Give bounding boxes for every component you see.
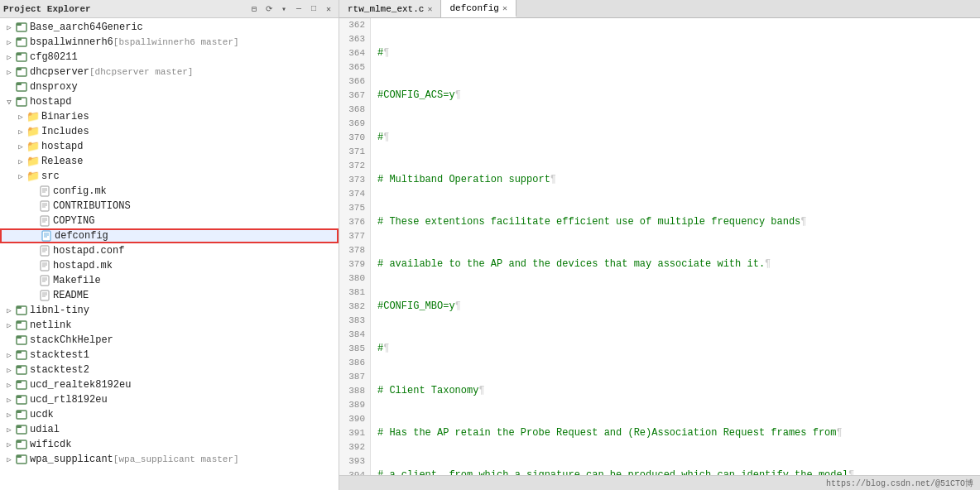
expand-icon: ▷ [3,319,15,331]
tree-item-hostapd[interactable]: ▽ hostapd [0,94,339,109]
tree-item-dnsproxy[interactable]: ▷ dnsproxy [0,79,339,94]
tab-bar: rtw_mlme_ext.c ✕ defconfig ✕ [339,0,980,18]
code-line-366: # These extentions facilitate efficient … [377,215,973,229]
tree-item-base_aarch64generic[interactable]: ▷ Base_aarch64Generic [0,20,339,35]
tree-label: hostapd [30,96,71,108]
svg-rect-20 [41,216,49,226]
project-icon [15,423,28,436]
svg-rect-9 [17,83,22,85]
tree-item-udial[interactable]: ▷ udial [0,422,339,437]
tree-item-netlink[interactable]: ▷ netlink [0,318,339,333]
code-editor[interactable]: #¶ #CONFIG_ACS=y¶ #¶ # Multiband Operati… [371,18,980,475]
expand-icon: ▷ [15,126,26,137]
expand-icon: ▷ [3,424,15,435]
project-icon [15,65,28,79]
tree-item-ucd-rtl8192eu[interactable]: ▷ ucd_rtl8192eu [0,392,339,407]
svg-rect-65 [17,455,22,458]
menu-icon[interactable]: ▾ [277,2,291,16]
tree-label: dhcpserver [30,66,89,78]
file-icon [38,199,51,213]
expand-icon: ▷ [15,141,26,152]
svg-rect-5 [17,53,22,55]
tree-item-hostapd-mk[interactable]: ▷ hostapd.mk [0,258,339,273]
code-line-369: #¶ [377,342,973,356]
project-icon [15,378,28,392]
svg-rect-53 [17,366,22,368]
project-icon [15,304,28,317]
tree-item-stackchkhelper[interactable]: ▷ stackChkHelper [0,333,339,348]
tree-item-hostapd-folder[interactable]: ▷ 📁 hostapd [0,139,339,154]
tree-item-readme[interactable]: ▷ README [0,288,339,303]
tree-item-bspallwinnerh6[interactable]: ▷ bspallwinnerh6 [bspallwinnerh6 master] [0,35,339,50]
expand-icon: ▷ [3,305,15,316]
project-icon [15,21,28,34]
svg-rect-11 [17,98,22,100]
tree-item-defconfig[interactable]: ▷ defconfig [0,228,339,243]
tree-item-contributions[interactable]: ▷ CONTRIBUTIONS [0,199,339,214]
tree-label: ucdk [30,409,54,420]
tree-item-copying[interactable]: ▷ COPYING [0,214,339,228]
tree-label: CONTRIBUTIONS [53,200,131,212]
tree-item-ucd-realtek8192eu[interactable]: ▷ ucd_realtek8192eu [0,377,339,392]
svg-rect-59 [17,411,22,413]
editor-panel: rtw_mlme_ext.c ✕ defconfig ✕ 362 363 364… [339,0,980,490]
tree-item-wpa-supplicant[interactable]: ▷ wpa_supplicant [wpa_supplicant master] [0,452,339,467]
tab-close-icon[interactable]: ✕ [427,4,432,14]
tree-item-cfg80211[interactable]: ▷ cfg80211 [0,50,339,65]
tree-item-libnl-tiny[interactable]: ▷ libnl-tiny [0,303,339,318]
editor-area: 362 363 364 365 366 367 368 369 370 371 … [339,18,980,475]
tree-item-release[interactable]: ▷ 📁 Release [0,154,339,169]
close-icon[interactable]: ✕ [322,2,335,16]
svg-rect-49 [17,336,22,339]
code-line-362: #¶ [377,46,973,60]
tree-item-dhcpserver[interactable]: ▷ dhcpserver [dhcpserver master] [0,65,339,79]
tree-label-extra: [bspallwinnerh6 master] [113,37,239,47]
tree-item-stacktest1[interactable]: ▷ stacktest1 [0,348,339,363]
tree-item-hostapd-conf[interactable]: ▷ hostapd.conf [0,243,339,258]
tree-item-stacktest2[interactable]: ▷ stacktest2 [0,363,339,377]
collapse-icon[interactable]: ⊟ [247,2,261,16]
tree-label: libnl-tiny [30,305,89,316]
tree-label: cfg80211 [30,51,78,63]
expand-icon: ▷ [3,349,15,361]
svg-rect-24 [42,231,50,241]
file-icon [38,274,51,287]
tree-item-includes[interactable]: ▷ 📁 Includes [0,124,339,139]
svg-rect-7 [17,68,22,70]
expand-icon: ▷ [3,439,15,450]
tree-label: Binaries [41,111,89,122]
tree-item-binaries[interactable]: ▷ 📁 Binaries [0,109,339,124]
tree-item-src[interactable]: ▷ 📁 src [0,169,339,184]
tab-defconfig[interactable]: defconfig ✕ [441,0,516,17]
svg-rect-51 [17,351,22,353]
tree-label: hostapd [41,141,83,152]
tree-item-makefile[interactable]: ▷ Makefile [0,273,339,288]
tree-label: hostapd.conf [53,245,124,257]
project-tree: ▷ Base_aarch64Generic ▷ bspallwinnerh6 [… [0,18,339,490]
tab-rtw-mlme-ext[interactable]: rtw_mlme_ext.c ✕ [339,0,441,17]
sync-icon[interactable]: ⟳ [262,2,276,16]
tree-label: Base_aarch64Generic [30,22,143,33]
file-icon [38,185,51,198]
panel-icons: ⊟ ⟳ ▾ — □ ✕ [247,2,335,16]
tree-item-ucdk[interactable]: ▷ ucdk [0,407,339,422]
svg-rect-61 [17,425,22,428]
project-icon [15,438,28,451]
tree-label: src [41,171,60,182]
project-icon [15,393,28,406]
folder-icon: 📁 [26,170,40,183]
expand-icon: ▷ [3,36,15,48]
tree-item-config-mk[interactable]: ▷ config.mk [0,184,339,199]
maximize-icon[interactable]: □ [307,2,320,16]
code-line-371: # Has the AP retain the Probe Request an… [377,426,973,440]
code-line-365: # Multiband Operation support¶ [377,173,973,187]
tree-item-wificdk[interactable]: ▷ wificdk [0,437,339,452]
code-line-372: # a client, from which a signature can b… [377,468,973,475]
file-icon [38,259,51,272]
tree-label-extra: [wpa_supplicant master] [113,454,239,464]
project-icon [15,334,28,347]
tab-close-icon[interactable]: ✕ [502,3,507,13]
code-line-363: #CONFIG_ACS=y¶ [377,89,973,103]
tree-label: COPYING [53,215,94,227]
minimize-icon[interactable]: — [292,2,305,16]
